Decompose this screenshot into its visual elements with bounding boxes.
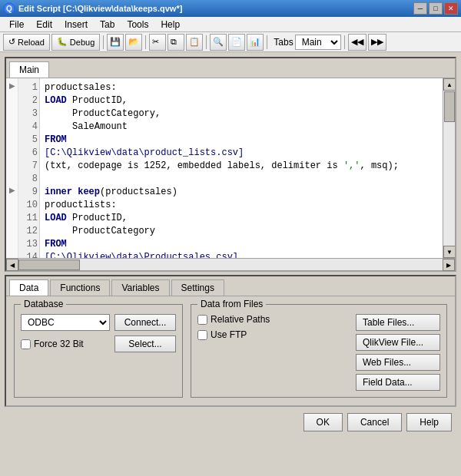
scroll-h-track[interactable] xyxy=(18,259,443,270)
use-ftp-row: Use FTP xyxy=(197,329,270,340)
relative-paths-row: Relative Paths xyxy=(197,314,270,325)
database-select[interactable]: ODBC xyxy=(21,314,110,331)
toolbar-nav2[interactable]: ▶▶ xyxy=(368,34,386,51)
reload-button[interactable]: ↺ Reload xyxy=(3,34,50,51)
arrow-marker-1: ▶ xyxy=(6,81,18,90)
vertical-scrollbar[interactable]: ▲ ▼ xyxy=(443,78,455,258)
force32bit-checkbox[interactable] xyxy=(21,339,31,349)
scroll-right-button[interactable]: ▶ xyxy=(443,259,455,271)
menu-tab[interactable]: Tab xyxy=(94,18,121,31)
scroll-up-button[interactable]: ▲ xyxy=(443,78,455,91)
code-editor[interactable]: productsales: LOAD ProductID, ProductCat… xyxy=(40,78,443,258)
tab-data[interactable]: Data xyxy=(9,279,48,296)
editor-tab-bar: Main xyxy=(6,58,455,78)
force32bit-row: Force 32 Bit xyxy=(21,339,84,349)
editor-tab-main[interactable]: Main xyxy=(9,61,49,78)
db-select-btn-row: Force 32 Bit Select... xyxy=(21,336,176,352)
footer: OK Cancel Help xyxy=(5,407,456,435)
qlikview-file-button[interactable]: QlikView File... xyxy=(356,334,440,351)
database-section: Database ODBC Connect... Force 32 Bit Se… xyxy=(14,304,183,398)
menu-tools[interactable]: Tools xyxy=(121,18,154,31)
toolbar-open[interactable]: 📂 xyxy=(125,34,142,51)
menu-edit[interactable]: Edit xyxy=(30,18,58,31)
force32bit-label: Force 32 Bit xyxy=(34,339,84,349)
horizontal-scrollbar[interactable]: ◀ ▶ xyxy=(6,258,455,270)
toolbar-find[interactable]: 🔍 xyxy=(210,34,227,51)
toolbar-cut[interactable]: ✂ xyxy=(149,34,166,51)
debug-icon: 🐛 xyxy=(57,37,68,47)
toolbar-separator-3 xyxy=(206,35,207,49)
toolbar-copy[interactable]: ⧉ xyxy=(167,34,184,51)
toolbar-separator-4 xyxy=(267,35,267,49)
use-ftp-label: Use FTP xyxy=(211,329,247,340)
scroll-down-button[interactable]: ▼ xyxy=(443,246,455,258)
editor-gutter: ▶ ▶ xyxy=(6,78,18,258)
use-ftp-checkbox[interactable] xyxy=(197,330,207,340)
select-button[interactable]: Select... xyxy=(114,336,176,352)
toolbar-separator-5 xyxy=(344,35,345,49)
editor-body: ▶ ▶ 12345 678910 1112131415 16 productsa… xyxy=(6,78,455,258)
toolbar-something[interactable]: 📄 xyxy=(228,34,245,51)
title-bar: Q Edit Script [C:\Qlikview\data\keeps.qv… xyxy=(0,0,461,17)
menu-insert[interactable]: Insert xyxy=(58,18,94,31)
script-editor: Main ▶ ▶ 12345 678910 1112131415 16 prod… xyxy=(5,57,456,272)
scroll-h-thumb[interactable] xyxy=(18,259,80,270)
tab-variables[interactable]: Variables xyxy=(111,279,169,296)
window-controls: ─ □ ✕ xyxy=(413,2,458,15)
menu-file[interactable]: File xyxy=(3,18,30,31)
ok-button[interactable]: OK xyxy=(303,413,343,431)
svg-text:Q: Q xyxy=(6,5,12,13)
cancel-button[interactable]: Cancel xyxy=(347,413,402,431)
line-numbers: 12345 678910 1112131415 16 xyxy=(18,78,40,258)
field-data-button[interactable]: Field Data... xyxy=(356,374,440,391)
maximize-button[interactable]: □ xyxy=(429,2,443,15)
arrow-marker-2: ▶ xyxy=(6,186,18,194)
connect-button[interactable]: Connect... xyxy=(114,314,176,331)
panel-tab-bar: Data Functions Variables Settings xyxy=(6,276,455,296)
window-title: Edit Script [C:\Qlikview\data\keeps.qvw*… xyxy=(18,4,413,13)
scroll-thumb[interactable] xyxy=(444,91,455,122)
files-buttons: Table Files... QlikView File... Web File… xyxy=(356,314,440,391)
scroll-track[interactable] xyxy=(443,91,455,246)
toolbar: ↺ Reload 🐛 Debug 💾 📂 ✂ ⧉ 📋 🔍 📄 📊 Tabs Ma… xyxy=(0,32,461,52)
scroll-left-button[interactable]: ◀ xyxy=(6,259,18,271)
files-inner: Relative Paths Use FTP Table Files... Ql… xyxy=(197,314,440,391)
debug-button[interactable]: 🐛 Debug xyxy=(51,34,100,51)
tab-settings[interactable]: Settings xyxy=(171,279,224,296)
toolbar-paste[interactable]: 📋 xyxy=(186,34,203,51)
toolbar-something2[interactable]: 📊 xyxy=(247,34,264,51)
table-files-button[interactable]: Table Files... xyxy=(356,314,440,331)
toolbar-nav1[interactable]: ◀◀ xyxy=(348,34,366,51)
bottom-panel: Data Functions Variables Settings Databa… xyxy=(5,275,456,407)
minimize-button[interactable]: ─ xyxy=(413,2,427,15)
db-select-row: ODBC Connect... xyxy=(21,314,176,331)
menu-bar: File Edit Insert Tab Tools Help xyxy=(0,17,461,32)
panel-content: Database ODBC Connect... Force 32 Bit Se… xyxy=(6,296,455,405)
close-button[interactable]: ✕ xyxy=(444,2,458,15)
tabs-dropdown[interactable]: Main xyxy=(295,35,341,50)
help-button[interactable]: Help xyxy=(406,413,452,431)
files-checkboxes: Relative Paths Use FTP xyxy=(197,314,270,391)
database-section-label: Database xyxy=(21,299,66,309)
relative-paths-checkbox[interactable] xyxy=(197,315,207,325)
toolbar-separator-2 xyxy=(145,35,146,49)
main-window: Main ▶ ▶ 12345 678910 1112131415 16 prod… xyxy=(0,52,461,476)
toolbar-save[interactable]: 💾 xyxy=(107,34,124,51)
menu-help[interactable]: Help xyxy=(154,18,186,31)
toolbar-separator-1 xyxy=(103,35,104,49)
tab-functions[interactable]: Functions xyxy=(50,279,110,296)
app-icon: Q xyxy=(3,2,15,15)
data-from-files-label: Data from Files xyxy=(197,299,266,309)
tabs-label: Tabs xyxy=(274,37,293,48)
data-from-files-section: Data from Files Relative Paths Use FTP xyxy=(191,304,447,398)
web-files-button[interactable]: Web Files... xyxy=(356,354,440,371)
relative-paths-label: Relative Paths xyxy=(211,314,270,325)
reload-icon: ↺ xyxy=(8,37,15,47)
